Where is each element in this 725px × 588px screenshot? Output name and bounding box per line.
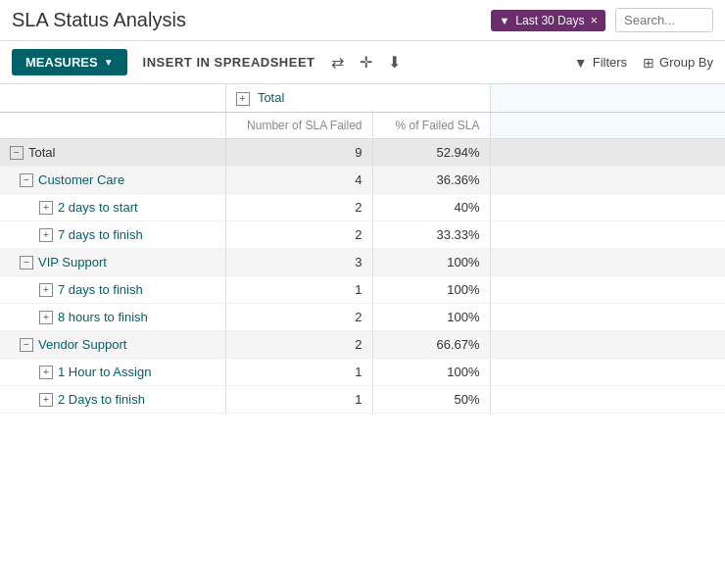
col-num-header[interactable]: Number of SLA Failed xyxy=(225,113,372,139)
row-label-cell: − Customer Care xyxy=(0,167,225,194)
row-expand-icon[interactable]: + xyxy=(39,393,53,407)
col-extra-subheader xyxy=(490,113,725,139)
group-expand-icon[interactable]: + xyxy=(236,92,250,106)
filter-icon: ▼ xyxy=(574,55,588,71)
row-num-cell: 2 xyxy=(225,194,372,221)
measures-button[interactable]: MEASURES ▼ xyxy=(12,49,127,75)
row-extra-cell xyxy=(490,276,725,304)
row-extra-cell xyxy=(490,249,725,276)
measures-dropdown-icon: ▼ xyxy=(104,57,114,68)
row-label: Vendor Support xyxy=(38,337,126,352)
page-title: SLA Status Analysis xyxy=(12,9,186,31)
row-label: Customer Care xyxy=(38,172,124,187)
row-label: Total xyxy=(28,145,55,160)
table-row: + 2 days to start 2 40% xyxy=(0,194,725,221)
row-label-cell: − VIP Support xyxy=(0,249,225,276)
row-extra-cell xyxy=(490,386,725,414)
row-pct-cell: 66.67% xyxy=(372,331,490,359)
col-extra-header xyxy=(490,84,725,113)
row-extra-cell xyxy=(490,167,725,194)
row-label-cell: + 7 days to finish xyxy=(0,276,225,304)
row-pct-cell: 36.36% xyxy=(372,167,490,194)
row-pct-cell: 100% xyxy=(372,249,490,276)
row-label: 2 Days to finish xyxy=(58,392,145,407)
row-pct-cell: 100% xyxy=(372,304,490,331)
groupby-button[interactable]: ⊞ Group By xyxy=(643,55,713,71)
row-label: 7 days to finish xyxy=(58,227,143,242)
filters-button[interactable]: ▼ Filters xyxy=(574,55,627,71)
row-extra-cell xyxy=(490,359,725,386)
col-group-header[interactable]: + Total xyxy=(225,84,490,113)
col-group-label: Total xyxy=(258,90,284,105)
filter-icon: ▼ xyxy=(499,15,509,26)
groupby-label: Group By xyxy=(659,55,713,70)
row-label: 1 Hour to Assign xyxy=(58,365,151,379)
row-num-cell: 1 xyxy=(225,276,372,304)
row-extra-cell xyxy=(490,194,725,221)
table-row: − VIP Support 3 100% xyxy=(0,249,725,276)
toolbar: MEASURES ▼ INSERT IN SPREADSHEET ⇄ ✛ ⬇ ▼… xyxy=(0,41,725,84)
row-extra-cell xyxy=(490,304,725,331)
row-num-cell: 2 xyxy=(225,221,372,249)
row-extra-cell xyxy=(490,331,725,359)
groupby-icon: ⊞ xyxy=(643,55,654,71)
row-pct-cell: 50% xyxy=(372,386,490,414)
row-expand-icon[interactable]: + xyxy=(39,311,53,324)
row-expand-icon[interactable]: + xyxy=(39,366,53,379)
row-num-cell: 4 xyxy=(225,167,372,194)
row-label: 2 days to start xyxy=(58,200,138,215)
row-label-cell: + 7 days to finish xyxy=(0,221,225,249)
page-header: SLA Status Analysis ▼ Last 30 Days × xyxy=(0,0,725,41)
row-num-cell: 2 xyxy=(225,304,372,331)
row-pct-cell: 100% xyxy=(372,359,490,386)
row-expand-icon[interactable]: − xyxy=(20,173,33,187)
col-label-header xyxy=(0,113,225,139)
col-pct-header[interactable]: % of Failed SLA xyxy=(372,113,490,139)
filter-tag[interactable]: ▼ Last 30 Days × xyxy=(491,10,605,31)
row-label: 7 days to finish xyxy=(58,282,143,297)
row-label-cell: + 1 Hour to Assign xyxy=(0,359,225,386)
table-row: − Total 9 52.94% xyxy=(0,139,725,167)
col-empty-header xyxy=(0,84,225,113)
table-row: − Vendor Support 2 66.67% xyxy=(0,331,725,359)
table-row: + 2 Days to finish 1 50% xyxy=(0,386,725,414)
row-label-cell: + 2 Days to finish xyxy=(0,386,225,414)
row-expand-icon[interactable]: − xyxy=(20,338,33,352)
move-icon[interactable]: ✛ xyxy=(360,53,372,72)
table-container: + Total Number of SLA Failed % of Failed… xyxy=(0,84,725,574)
row-pct-cell: 40% xyxy=(372,194,490,221)
row-label-cell: + 2 days to start xyxy=(0,194,225,221)
table-row: + 8 hours to finish 2 100% xyxy=(0,304,725,331)
row-extra-cell xyxy=(490,139,725,167)
table-row: + 1 Hour to Assign 1 100% xyxy=(0,359,725,386)
insert-spreadsheet-button[interactable]: INSERT IN SPREADSHEET xyxy=(143,55,315,70)
row-expand-icon[interactable]: − xyxy=(10,146,24,160)
row-expand-icon[interactable]: + xyxy=(39,228,53,242)
row-num-cell: 2 xyxy=(225,331,372,359)
table-row: + 7 days to finish 2 33.33% xyxy=(0,221,725,249)
row-label: VIP Support xyxy=(38,255,107,270)
swap-icon[interactable]: ⇄ xyxy=(331,53,344,72)
download-icon[interactable]: ⬇ xyxy=(388,53,401,72)
table-row: − Customer Care 4 36.36% xyxy=(0,167,725,194)
row-pct-cell: 52.94% xyxy=(372,139,490,167)
filter-label: Last 30 Days xyxy=(515,14,584,27)
row-num-cell: 3 xyxy=(225,249,372,276)
row-pct-cell: 100% xyxy=(372,276,490,304)
table-row: + 7 days to finish 1 100% xyxy=(0,276,725,304)
row-num-cell: 1 xyxy=(225,386,372,414)
row-num-cell: 9 xyxy=(225,139,372,167)
row-label-cell: − Vendor Support xyxy=(0,331,225,359)
measures-label: MEASURES xyxy=(25,55,98,70)
sla-table: + Total Number of SLA Failed % of Failed… xyxy=(0,84,725,414)
filter-close-button[interactable]: × xyxy=(590,14,598,26)
row-expand-icon[interactable]: + xyxy=(39,283,53,297)
row-expand-icon[interactable]: − xyxy=(20,256,33,270)
row-expand-icon[interactable]: + xyxy=(39,201,53,215)
row-pct-cell: 33.33% xyxy=(372,221,490,249)
search-input[interactable] xyxy=(615,8,713,32)
row-extra-cell xyxy=(490,221,725,249)
row-num-cell: 1 xyxy=(225,359,372,386)
filters-label: Filters xyxy=(593,55,627,70)
row-label: 8 hours to finish xyxy=(58,310,148,324)
